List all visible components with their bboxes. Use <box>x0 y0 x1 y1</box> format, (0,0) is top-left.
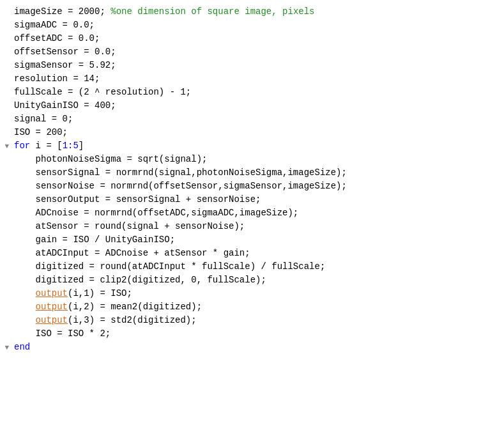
code-line: gain = ISO / UnityGainISO; <box>0 233 495 247</box>
code-line: output(i,2) = mean2(digitized); <box>0 300 495 314</box>
line-content: sigmaADC = 0.0; <box>11 19 490 32</box>
code-line: digitized = round(atADCInput * fullScale… <box>0 260 495 274</box>
line-content: fullScale = (2 ^ resolution) - 1; <box>11 86 490 99</box>
code-line: ISO = ISO * 2; <box>0 327 495 341</box>
line-content: ADCnoise = normrnd(offsetADC,sigmaADC,im… <box>11 206 490 220</box>
line-gutter: ▼ <box>0 342 11 353</box>
code-line: sensorSignal = normrnd(signal,photonNois… <box>0 166 495 180</box>
code-line: sigmaADC = 0.0; <box>0 19 495 32</box>
line-content: digitized = round(atADCInput * fullScale… <box>11 260 490 274</box>
code-block: imageSize = 2000; %one dimension of squa… <box>0 5 495 354</box>
line-content: resolution = 14; <box>11 72 490 86</box>
line-content: gain = ISO / UnityGainISO; <box>11 233 490 247</box>
line-content: atSensor = round(signal + sensorNoise); <box>11 220 490 233</box>
line-content: digitized = clip2(digitized, 0, fullScal… <box>11 274 490 287</box>
code-line: photonNoiseSigma = sqrt(signal); <box>0 153 495 166</box>
line-gutter: ▼ <box>0 141 11 152</box>
line-content: for i = [1:5] <box>11 139 490 153</box>
code-line: output(i,1) = ISO; <box>0 287 495 300</box>
line-content: offsetSensor = 0.0; <box>11 45 490 59</box>
code-line: atSensor = round(signal + sensorNoise); <box>0 220 495 233</box>
code-line: digitized = clip2(digitized, 0, fullScal… <box>0 274 495 287</box>
line-content: sensorOutput = sensorSignal + sensorNois… <box>11 193 490 206</box>
line-content: sensorNoise = normrnd(offsetSensor,sigma… <box>11 180 490 193</box>
code-line: resolution = 14; <box>0 72 495 86</box>
line-content: imageSize = 2000; %one dimension of squa… <box>11 5 490 19</box>
code-line: ADCnoise = normrnd(offsetADC,sigmaADC,im… <box>0 206 495 220</box>
code-line: output(i,3) = std2(digitized); <box>0 314 495 327</box>
code-line: sensorOutput = sensorSignal + sensorNois… <box>0 193 495 206</box>
line-content: UnityGainISO = 400; <box>11 99 490 112</box>
line-content: ISO = 200; <box>11 126 490 139</box>
line-content: end <box>11 341 490 354</box>
code-line: sensorNoise = normrnd(offsetSensor,sigma… <box>0 180 495 193</box>
code-line: sigmaSensor = 5.92; <box>0 59 495 72</box>
line-content: sensorSignal = normrnd(signal,photonNois… <box>11 166 490 180</box>
code-line: ▼end <box>0 341 495 354</box>
line-content: offsetADC = 0.0; <box>11 32 490 45</box>
code-editor: imageSize = 2000; %one dimension of squa… <box>0 0 495 448</box>
code-line: signal = 0; <box>0 112 495 126</box>
code-line: ISO = 200; <box>0 126 495 139</box>
line-content: output(i,2) = mean2(digitized); <box>11 300 490 314</box>
code-line: offsetADC = 0.0; <box>0 32 495 45</box>
line-content: signal = 0; <box>11 112 490 126</box>
code-line: fullScale = (2 ^ resolution) - 1; <box>0 86 495 99</box>
code-line: offsetSensor = 0.0; <box>0 45 495 59</box>
line-content: output(i,3) = std2(digitized); <box>11 314 490 327</box>
code-line: atADCInput = ADCnoise + atSensor * gain; <box>0 247 495 260</box>
code-line: imageSize = 2000; %one dimension of squa… <box>0 5 495 19</box>
line-content: atADCInput = ADCnoise + atSensor * gain; <box>11 247 490 260</box>
line-content: ISO = ISO * 2; <box>11 327 490 341</box>
code-line: ▼for i = [1:5] <box>0 139 495 153</box>
code-line: UnityGainISO = 400; <box>0 99 495 112</box>
line-content: sigmaSensor = 5.92; <box>11 59 490 72</box>
line-content: photonNoiseSigma = sqrt(signal); <box>11 153 490 166</box>
line-content: output(i,1) = ISO; <box>11 287 490 300</box>
